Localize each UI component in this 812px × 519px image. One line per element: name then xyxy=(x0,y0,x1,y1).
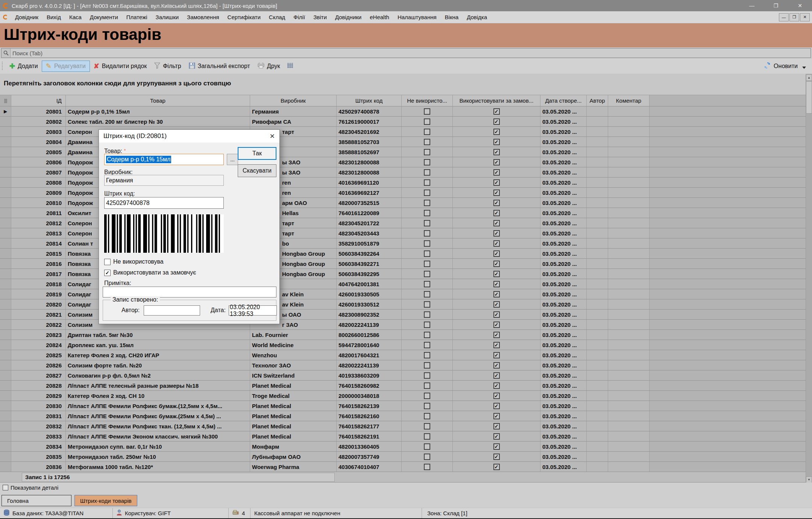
not-used-checkbox[interactable] xyxy=(424,250,430,257)
not-used-checkbox[interactable] xyxy=(424,190,430,196)
default-use-checkbox[interactable] xyxy=(493,433,500,440)
not-used-checkbox[interactable] xyxy=(424,342,430,348)
not-used-checkbox[interactable] xyxy=(424,108,430,115)
export-button[interactable]: Загальний експорт xyxy=(185,61,254,72)
default-use-checkbox[interactable] xyxy=(493,179,500,186)
not-used-checkbox[interactable] xyxy=(424,372,430,379)
table-row[interactable]: 20832Л/пласт АЛПЕ Фемили Ролфикс ткан. (… xyxy=(0,421,806,431)
column-header[interactable]: ІД xyxy=(11,95,66,106)
default-use-checkbox[interactable] xyxy=(493,220,500,226)
product-input[interactable]: Содерм р-р 0,1% 15мл xyxy=(104,154,224,165)
tab-barcodes[interactable]: Штрих-коди товарів xyxy=(74,495,137,506)
menu-item-15[interactable]: Вікна xyxy=(441,14,463,20)
default-use-checkbox[interactable] xyxy=(493,301,500,308)
default-use-checkbox[interactable] xyxy=(493,393,500,399)
not-used-checkbox[interactable] xyxy=(424,281,430,287)
column-header[interactable]: Не використо... xyxy=(402,95,453,106)
not-used-checkbox[interactable] xyxy=(424,159,430,165)
menu-item-16[interactable]: Довідка xyxy=(463,14,491,20)
note-input[interactable] xyxy=(103,287,276,297)
not-used-checkbox[interactable] xyxy=(424,118,430,125)
default-use-checkbox[interactable] xyxy=(493,291,500,297)
not-used-checkbox[interactable] xyxy=(424,169,430,176)
add-button[interactable]: ✚ Додати xyxy=(6,61,42,71)
checkbox-icon[interactable] xyxy=(104,270,111,276)
not-used-checkbox[interactable] xyxy=(424,301,430,308)
not-used-checkbox[interactable] xyxy=(424,271,430,277)
ok-button[interactable]: Так xyxy=(238,147,276,160)
not-used-checkbox[interactable] xyxy=(424,423,430,429)
menu-item-4[interactable]: Документи xyxy=(86,14,122,20)
column-header[interactable]: Виробник xyxy=(250,95,337,106)
scrollbar-thumb[interactable] xyxy=(806,81,812,114)
column-header[interactable]: Коментар xyxy=(608,95,650,106)
table-row[interactable]: 20829Катетер Фолея 2 ход. СН 10Troge Med… xyxy=(0,391,806,401)
scroll-up-icon[interactable]: ▲ xyxy=(806,74,812,81)
default-use-checkbox[interactable] xyxy=(493,454,500,460)
maximize-button[interactable]: ❐ xyxy=(764,0,788,11)
default-use-checkbox[interactable] xyxy=(493,200,500,206)
not-used-checkbox[interactable] xyxy=(424,454,430,460)
not-used-checkbox[interactable] xyxy=(424,139,430,145)
column-header[interactable]: Штрих код xyxy=(337,95,402,106)
not-used-checkbox[interactable] xyxy=(424,311,430,318)
menu-item-7[interactable]: Замовлення xyxy=(183,14,223,20)
default-use-checkbox[interactable] xyxy=(493,372,500,379)
default-use-checkbox[interactable] xyxy=(493,413,500,419)
default-use-checkbox[interactable] xyxy=(493,464,500,470)
column-header[interactable]: Використовувати за замов... xyxy=(453,95,540,106)
default-use-checkbox[interactable] xyxy=(493,190,500,196)
browse-button[interactable]: ... xyxy=(227,154,238,165)
default-use-checkbox[interactable] xyxy=(493,443,500,450)
default-use-checkbox[interactable] xyxy=(493,382,500,389)
table-row[interactable]: 20802Солекс табл. 200 мг блистер № 30Рив… xyxy=(0,117,806,127)
menu-item-10[interactable]: Філії xyxy=(289,14,309,20)
default-use-checkbox[interactable] xyxy=(493,210,500,216)
default-use-checkbox[interactable]: Використовувати за замовчує xyxy=(104,269,196,276)
search-input[interactable]: Поиск (Tab) xyxy=(1,48,811,58)
show-details-checkbox[interactable]: Показувати деталі xyxy=(3,484,58,491)
not-used-checkbox[interactable] xyxy=(424,322,430,328)
default-use-checkbox[interactable] xyxy=(493,230,500,237)
not-used-checkbox[interactable] xyxy=(424,332,430,338)
column-header[interactable]: Товар xyxy=(66,95,250,106)
menu-item-12[interactable]: Довідники xyxy=(331,14,366,20)
not-used-checkbox[interactable] xyxy=(424,433,430,440)
default-use-checkbox[interactable] xyxy=(493,311,500,318)
table-row[interactable]: 20835Метронидазол табл. 250мг №10Лубныфа… xyxy=(0,452,806,462)
table-row[interactable]: 20823Дриптан табл. 5мг №30Lab. Fournier8… xyxy=(0,330,806,340)
menu-item-14[interactable]: Налаштування xyxy=(393,14,441,20)
not-used-checkbox[interactable] xyxy=(424,210,430,216)
default-use-checkbox[interactable] xyxy=(493,322,500,328)
minimize-button[interactable]: — xyxy=(740,0,764,11)
default-use-checkbox[interactable] xyxy=(493,169,500,176)
default-use-checkbox[interactable] xyxy=(493,261,500,267)
default-use-checkbox[interactable] xyxy=(493,149,500,155)
table-row[interactable]: 20833Л/пласт АЛПЕ Фемили Эконом классич.… xyxy=(0,431,806,442)
default-use-checkbox[interactable] xyxy=(493,362,500,369)
not-used-checkbox[interactable] xyxy=(424,220,430,226)
mdi-minimize-button[interactable]: — xyxy=(779,13,789,21)
default-use-checkbox[interactable] xyxy=(493,332,500,338)
cancel-button[interactable]: Скасувати xyxy=(238,164,276,177)
default-use-checkbox[interactable] xyxy=(493,352,500,358)
menu-item-11[interactable]: Звіти xyxy=(309,14,331,20)
dialog-close-icon[interactable]: ✕ xyxy=(270,132,275,140)
default-use-checkbox[interactable] xyxy=(493,250,500,257)
column-chooser-button[interactable] xyxy=(284,61,297,72)
column-header[interactable]: Автор xyxy=(587,95,608,106)
delete-row-button[interactable]: ✘ Видалити рядок xyxy=(90,61,151,71)
not-used-checkbox[interactable] xyxy=(424,362,430,369)
mdi-close-button[interactable]: ✕ xyxy=(800,13,810,21)
column-header[interactable]: Дата створе... xyxy=(540,95,587,106)
menu-item-13[interactable]: eHealth xyxy=(366,14,393,20)
table-row[interactable]: ▶20801Содерм р-р 0,1% 15млГермания425029… xyxy=(0,106,806,117)
table-row[interactable]: 20826Солизим форте табл. №20Технолог ЗАО… xyxy=(0,360,806,370)
search-icon[interactable] xyxy=(2,49,11,58)
table-row[interactable]: 20830Л/пласт АЛПЕ Фемили Ролфикс бумаж.(… xyxy=(0,401,806,411)
not-used-checkbox[interactable] xyxy=(424,352,430,358)
menu-item-3[interactable]: Каса xyxy=(65,14,86,20)
default-use-checkbox[interactable] xyxy=(493,139,500,145)
vertical-scrollbar[interactable]: ▲ ▼ xyxy=(806,74,812,483)
barcode-input[interactable]: 4250297400878 xyxy=(104,197,224,209)
